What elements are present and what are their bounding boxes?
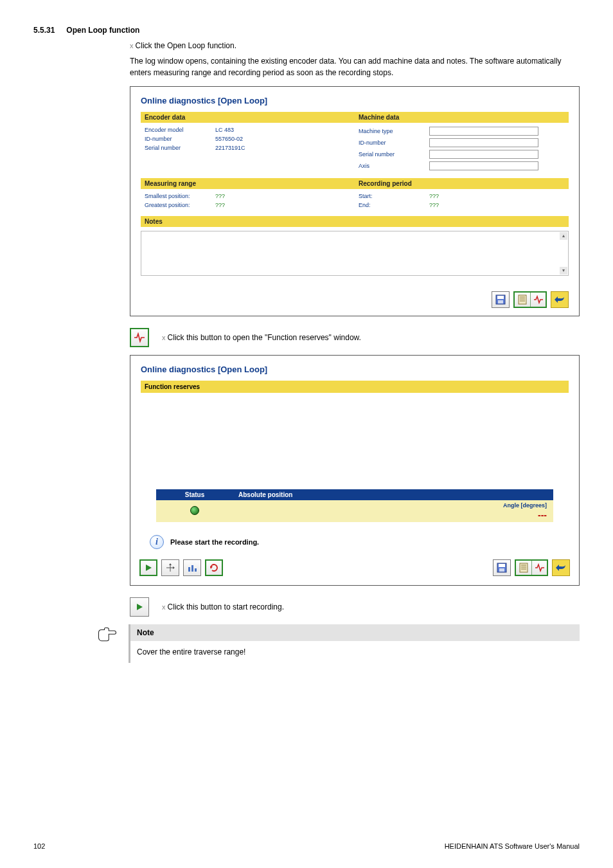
encoder-data-header: Encoder data: [141, 112, 355, 123]
svg-marker-15: [210, 566, 213, 569]
intro-bullet: Click the Open Loop function.: [130, 40, 580, 51]
section-heading: 5.5.31 Open Loop function: [33, 26, 580, 35]
measuring-range-header: Measuring range: [141, 178, 355, 189]
save-button[interactable]: [492, 291, 510, 308]
machine-type-label: Machine type: [359, 128, 429, 134]
play-icon: [135, 602, 144, 611]
notes-textarea[interactable]: ▴ ▾: [141, 231, 569, 276]
return-arrow-icon: [554, 295, 565, 304]
smallest-position-label: Smallest position:: [145, 193, 215, 199]
svg-rect-18: [499, 568, 504, 572]
pulse-icon: [535, 563, 545, 572]
machine-id-input[interactable]: [429, 138, 538, 147]
function-reserves-header: Function reserves: [141, 381, 569, 393]
note-body: Cover the entire traverse range!: [129, 641, 580, 663]
app-title: Online diagnostics [Open Loop]: [141, 96, 569, 105]
toolbar-bottom: [130, 285, 579, 316]
svg-rect-19: [520, 563, 528, 572]
machine-serial-label: Serial number: [359, 151, 429, 158]
info-bar: i Please start the recording.: [150, 535, 560, 549]
app-title-2: Online diagnostics [Open Loop]: [141, 365, 569, 374]
svg-rect-14: [195, 568, 197, 572]
start-label: Start:: [359, 193, 429, 199]
signal-button-2[interactable]: [531, 561, 547, 575]
function-reserves-caption: Click this button to open the "Function …: [162, 333, 361, 342]
intro-paragraph: The log window opens, containing the exi…: [130, 55, 580, 78]
start-value: ???: [429, 193, 439, 199]
screenshot-function-reserves: Online diagnostics [Open Loop] Function …: [130, 355, 580, 586]
axes-button[interactable]: [161, 559, 179, 576]
greatest-position-value: ???: [215, 202, 225, 208]
signal-button[interactable]: [530, 293, 546, 307]
machine-type-input[interactable]: [429, 127, 538, 136]
angle-value: ---: [483, 510, 547, 520]
screenshot-open-loop-log: Online diagnostics [Open Loop] Encoder d…: [130, 86, 580, 316]
svg-rect-12: [188, 567, 190, 572]
report-signal-buttons-2: [515, 559, 548, 576]
svg-rect-17: [499, 564, 505, 567]
end-value: ???: [429, 202, 439, 208]
save-button-2[interactable]: [493, 559, 511, 576]
function-reserves-button[interactable]: [130, 328, 149, 347]
section-number: 5.5.31: [33, 26, 64, 35]
refresh-button[interactable]: [205, 559, 223, 576]
end-label: End:: [359, 202, 429, 208]
greatest-position-label: Greatest position:: [145, 202, 215, 208]
svg-rect-13: [191, 565, 193, 572]
angle-label: Angle [degrees]: [503, 502, 547, 509]
svg-marker-7: [146, 565, 152, 571]
info-text: Please start the recording.: [170, 538, 259, 546]
svg-rect-3: [519, 295, 526, 304]
abs-pos-col-header: Absolute position: [233, 489, 553, 500]
bar-chart-icon: [187, 563, 197, 572]
info-icon: i: [150, 535, 164, 549]
scroll-down-icon[interactable]: ▾: [560, 267, 567, 275]
svg-rect-2: [498, 300, 503, 303]
svg-marker-10: [169, 563, 172, 565]
pointing-hand-icon: [98, 627, 117, 642]
page-footer: 102 HEIDENHAIN ATS Software User's Manua…: [33, 842, 580, 850]
pulse-icon: [533, 295, 544, 304]
svg-marker-11: [173, 566, 175, 569]
status-col-header: Status: [156, 489, 233, 500]
status-dot-icon: [190, 506, 199, 515]
function-reserves-body: [141, 393, 569, 489]
smallest-position-value: ???: [215, 193, 225, 199]
play-button[interactable]: [139, 559, 157, 576]
recording-period-header: Recording period: [355, 178, 569, 189]
section-title: Open Loop function: [66, 26, 139, 35]
serial-number-value: 22173191C: [215, 145, 273, 151]
id-number-label: ID-number: [145, 136, 215, 142]
svg-marker-23: [137, 604, 143, 610]
axes-icon: [165, 563, 175, 573]
back-button[interactable]: [551, 291, 569, 308]
play-icon: [144, 563, 153, 572]
footer-title: HEIDENHAIN ATS Software User's Manual: [445, 842, 580, 850]
scroll-up-icon[interactable]: ▴: [560, 232, 567, 240]
status-table-header: Status Absolute position: [156, 489, 553, 500]
svg-rect-1: [497, 296, 504, 299]
report-signal-buttons: [513, 291, 547, 308]
axis-label: Axis: [359, 163, 429, 169]
id-number-value: 557650-02: [215, 136, 273, 142]
serial-number-label: Serial number: [145, 145, 215, 151]
document-icon: [518, 294, 527, 305]
notes-header: Notes: [141, 216, 569, 227]
machine-serial-input[interactable]: [429, 150, 538, 159]
chart-button[interactable]: [183, 559, 201, 576]
encoder-model-value: LC 483: [215, 127, 273, 133]
encoder-model-label: Encoder model: [145, 127, 215, 133]
machine-id-label: ID-number: [359, 140, 429, 146]
refresh-icon: [209, 563, 219, 572]
play-button-inline[interactable]: [130, 597, 149, 617]
axis-input[interactable]: [429, 161, 538, 170]
floppy-icon: [497, 563, 507, 573]
report-button[interactable]: [515, 293, 530, 307]
report-button-2[interactable]: [516, 561, 531, 575]
page-number: 102: [33, 842, 45, 850]
floppy-icon: [495, 294, 506, 305]
pulse-icon: [134, 332, 145, 343]
status-row: Angle [degrees] ---: [156, 500, 553, 522]
return-arrow-icon: [555, 563, 567, 572]
back-button-2[interactable]: [552, 559, 570, 576]
